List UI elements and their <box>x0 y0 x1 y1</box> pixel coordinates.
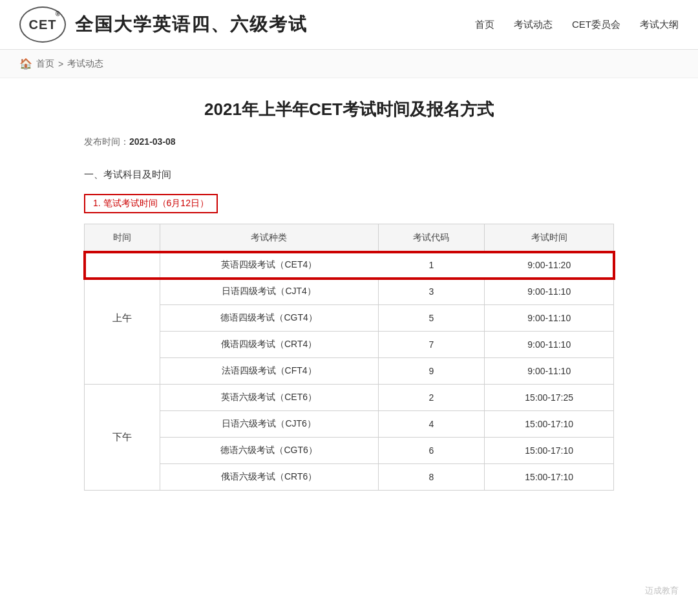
page-header: CET 全国大学英语四、六级考试 首页 考试动态 CET委员会 考试大纲 <box>0 0 698 50</box>
exam-code: 5 <box>378 305 485 332</box>
nav-syllabus[interactable]: 考试大纲 <box>640 19 679 31</box>
publish-date-value: 2021-03-08 <box>129 136 176 147</box>
exam-time: 15:00-17:10 <box>485 438 614 464</box>
col-code: 考试代码 <box>378 224 485 252</box>
nav-committee[interactable]: CET委员会 <box>572 19 620 31</box>
exam-code: 2 <box>378 385 485 411</box>
main-content: 2021年上半年CET考试时间及报名方式 发布时间：2021-03-08 一、考… <box>58 78 640 549</box>
exam-name: 法语四级考试（CFT4） <box>160 358 378 385</box>
exam-table: 时间 考试种类 考试代码 考试时间 上午英语四级考试（CET4）19:00-11… <box>84 224 614 491</box>
exam-name: 德语六级考试（CGT6） <box>160 438 378 464</box>
exam-time: 9:00-11:10 <box>485 332 614 358</box>
breadcrumb: 🏠 首页 > 考试动态 <box>0 50 698 78</box>
breadcrumb-home[interactable]: 首页 <box>36 58 54 70</box>
col-time: 时间 <box>85 224 160 252</box>
breadcrumb-separator: > <box>58 59 63 69</box>
exam-time: 9:00-11:10 <box>485 358 614 385</box>
header-brand: CET 全国大学英语四、六级考试 <box>19 6 308 43</box>
publish-label: 发布时间： <box>84 136 129 147</box>
logo-text: CET <box>29 17 57 32</box>
article-title: 2021年上半年CET考试时间及报名方式 <box>84 98 614 121</box>
period-cell: 上午 <box>85 252 160 385</box>
exam-code: 7 <box>378 332 485 358</box>
exam-name: 德语四级考试（CGT4） <box>160 305 378 332</box>
exam-name: 俄语六级考试（CRT6） <box>160 464 378 491</box>
table-row: 日语六级考试（CJT6）415:00-17:10 <box>85 411 614 438</box>
table-row: 日语四级考试（CJT4）39:00-11:10 <box>85 279 614 305</box>
exam-code: 9 <box>378 358 485 385</box>
section1-title: 一、考试科目及时间 <box>84 169 614 181</box>
exam-code: 4 <box>378 411 485 438</box>
exam-name: 日语六级考试（CJT6） <box>160 411 378 438</box>
table-row: 下午英语六级考试（CET6）215:00-17:25 <box>85 385 614 411</box>
exam-time: 9:00-11:20 <box>485 252 614 279</box>
main-nav: 首页 考试动态 CET委员会 考试大纲 <box>475 19 679 31</box>
table-row: 俄语六级考试（CRT6）815:00-17:10 <box>85 464 614 491</box>
site-title: 全国大学英语四、六级考试 <box>75 12 308 37</box>
exam-code: 8 <box>378 464 485 491</box>
table-header-row: 时间 考试种类 考试代码 考试时间 <box>85 224 614 252</box>
exam-name: 英语六级考试（CET6） <box>160 385 378 411</box>
breadcrumb-current: 考试动态 <box>67 58 103 70</box>
table-row: 俄语四级考试（CRT4）79:00-11:10 <box>85 332 614 358</box>
exam-name: 俄语四级考试（CRT4） <box>160 332 378 358</box>
table-row: 法语四级考试（CFT4）99:00-11:10 <box>85 358 614 385</box>
home-icon: 🏠 <box>19 58 32 70</box>
publish-date-line: 发布时间：2021-03-08 <box>84 136 614 148</box>
exam-code: 3 <box>378 279 485 305</box>
col-duration: 考试时间 <box>485 224 614 252</box>
exam-name: 日语四级考试（CJT4） <box>160 279 378 305</box>
exam-time: 9:00-11:10 <box>485 305 614 332</box>
exam-time: 9:00-11:10 <box>485 279 614 305</box>
period-cell: 下午 <box>85 385 160 491</box>
exam-time: 15:00-17:10 <box>485 464 614 491</box>
cet-logo: CET <box>19 6 66 43</box>
exam-code: 1 <box>378 252 485 279</box>
nav-home[interactable]: 首页 <box>475 19 494 31</box>
table-row: 上午英语四级考试（CET4）19:00-11:20 <box>85 252 614 279</box>
table-row: 德语四级考试（CGT4）59:00-11:10 <box>85 305 614 332</box>
col-type: 考试种类 <box>160 224 378 252</box>
nav-news[interactable]: 考试动态 <box>514 19 553 31</box>
exam-time: 15:00-17:25 <box>485 385 614 411</box>
exam-name: 英语四级考试（CET4） <box>160 252 378 279</box>
exam-code: 6 <box>378 438 485 464</box>
table-row: 德语六级考试（CGT6）615:00-17:10 <box>85 438 614 464</box>
exam-time: 15:00-17:10 <box>485 411 614 438</box>
subsection1-title: 1. 笔试考试时间（6月12日） <box>84 194 218 213</box>
